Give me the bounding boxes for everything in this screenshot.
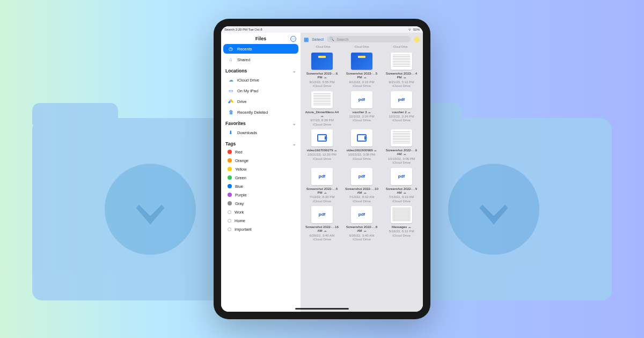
file-item[interactable]: pdfScreenshot 2022-…16 AM ☁6/29/22, 3:40… (304, 206, 340, 241)
file-location: iCloud Drive (313, 157, 331, 160)
section-favorites[interactable]: Favorites ⌄ (221, 117, 301, 127)
shared-icon: ⌂ (228, 57, 234, 62)
file-thumbnail: pdf (311, 206, 333, 223)
tag-work[interactable]: Work (221, 208, 301, 216)
file-thumbnail: pdf (351, 168, 372, 185)
tag-hollow-icon (228, 210, 231, 214)
file-location: iCloud Drive (392, 233, 411, 237)
google-drive-icon (228, 99, 234, 104)
select-button[interactable]: Select (312, 37, 324, 42)
file-name: Screenshot 2022-…16 AM ☁ (304, 225, 340, 233)
file-location: iCloud Drive (353, 237, 371, 241)
file-thumbnail (351, 53, 372, 70)
file-item[interactable]: pdfScreenshot 2022-…8 AM ☁6/26/22, 3:40 … (343, 206, 380, 241)
file-item[interactable]: Screenshot 2023-…5 PM ☁9/13/23, 3:15 PMi… (343, 53, 380, 88)
chevron-down-icon: ⌄ (292, 69, 296, 74)
file-name: Screenshot 2023-…6 PM ☁ (304, 71, 340, 80)
file-date: 12/2/22, 2:24 PM (349, 114, 374, 118)
sidebar-item-recents[interactable]: ◷ Recents (223, 44, 298, 54)
file-location: iCloud Drive (313, 122, 331, 126)
tag-yellow[interactable]: Yellow (221, 165, 301, 173)
home-indicator[interactable] (295, 308, 349, 310)
sidebar-item-label: Shared (237, 57, 250, 62)
file-thumbnail: pdf (351, 91, 372, 108)
file-name: Screenshot 2022-…6 AM ☁ (383, 148, 420, 157)
tag-red[interactable]: Red (221, 148, 301, 156)
tag-hollow-icon (228, 227, 231, 231)
file-date: 10/23/23, 3:08 PM (348, 152, 376, 156)
sidebar-item-downloads[interactable]: ⬇ Downloads (223, 128, 298, 137)
sidebar-item-recently-deleted[interactable]: 🗑 Recently Deleted (223, 107, 298, 117)
file-thumbnail (391, 206, 412, 223)
file-item[interactable]: Screenshot 2023-…6 PM ☁9/13/23, 5:55 PMi… (304, 53, 340, 88)
file-item[interactable]: Messages ☁5/18/23, 8:12 PMiCloud Drive (383, 206, 420, 241)
file-location: iCloud Drive (392, 84, 411, 87)
file-name: Screenshot 2022-…10 AM ☁ (343, 187, 380, 195)
file-date: 6/26/22, 3:40 AM (349, 233, 375, 237)
tag-blue[interactable]: Blue (221, 182, 301, 190)
file-location: iCloud Drive (353, 84, 371, 87)
sidebar-item-drive[interactable]: Drive (223, 97, 298, 106)
tag-dot-icon (228, 201, 232, 205)
file-item[interactable]: pdfScreenshot 2022-…10 AM ☁7/13/22, 8:32… (343, 168, 380, 203)
file-location: iCloud Drive (353, 199, 371, 203)
file-location: iCloud Drive (313, 237, 331, 241)
tag-dot-icon (228, 158, 232, 163)
file-name: Screenshot 2022-…5 PM ☁ (304, 187, 340, 195)
file-name: Screenshot 2022-…8 AM ☁ (343, 225, 380, 233)
search-placeholder: Search (336, 38, 348, 41)
sidebar-item-shared[interactable]: ⌂ Shared (223, 55, 298, 64)
file-item[interactable]: pdfScreenshot 2022-…9 AM ☁7/13/22, 9:19 … (383, 168, 420, 203)
sidebar: Files ⋯ ◷ Recents ⌂ Shared Locations ⌄ (221, 33, 301, 312)
file-item[interactable]: Azure_DinnerMenu A4 ☁2/7/23, 8:38 PMiClo… (304, 91, 340, 127)
file-location: iCloud Drive (392, 118, 411, 122)
file-thumbnail: pdf (351, 206, 372, 223)
download-icon: ⬇ (228, 130, 234, 135)
file-name: video1667099279 ☁ (307, 148, 338, 152)
file-grid[interactable]: Screenshot 2023-…6 PM ☁9/13/23, 5:55 PMi… (301, 50, 423, 312)
file-date: 9/13/23, 5:55 PM (309, 80, 334, 84)
tag-dot-icon (228, 167, 232, 171)
file-name: Messages ☁ (392, 225, 411, 229)
clock-icon: ◷ (228, 46, 234, 52)
file-item[interactable]: pdfvoucher 2 ☁12/2/22, 2:24 PMiCloud Dri… (383, 91, 420, 127)
tag-purple[interactable]: Purple (221, 190, 301, 199)
search-input[interactable]: 🔍 Search (327, 36, 411, 42)
file-item[interactable]: video1667099279 ☁10/21/23, 12:39 PMiClou… (304, 129, 340, 165)
file-item[interactable]: Screenshot 2023-…4 PM ☁8/21/23, 5:12 PMi… (383, 53, 420, 88)
file-thumbnail (391, 53, 412, 70)
file-date: 9/13/23, 3:15 PM (349, 80, 374, 84)
file-thumbnail: pdf (391, 91, 412, 108)
file-thumbnail: pdf (391, 168, 412, 185)
tag-gray[interactable]: Gray (221, 199, 301, 208)
sidebar-item-icloud[interactable]: ☁ iCloud Drive (223, 75, 298, 85)
ipad-icon: ▭ (228, 88, 234, 93)
tag-orange[interactable]: Orange (221, 156, 301, 165)
file-name: voucher 3 ☁ (353, 110, 371, 114)
section-locations[interactable]: Locations ⌄ (221, 65, 301, 75)
file-item[interactable]: Screenshot 2022-…6 AM ☁10/10/22, 3:06 PM… (383, 129, 420, 165)
file-date: 6/29/22, 3:40 AM (310, 233, 335, 237)
file-location: iCloud Drive (353, 157, 371, 160)
grid-view-icon[interactable]: ▦ (304, 36, 309, 42)
mic-icon[interactable] (414, 36, 420, 42)
file-item[interactable]: video1061900969 ☁10/23/23, 3:08 PMiCloud… (343, 129, 380, 165)
sidebar-item-on-my-ipad[interactable]: ▭ On My iPad (223, 86, 298, 95)
tag-green[interactable]: Green (221, 173, 301, 182)
section-tags[interactable]: Tags ⌄ (221, 138, 301, 148)
file-item[interactable]: pdfvoucher 3 ☁12/2/22, 2:24 PMiCloud Dri… (343, 91, 380, 127)
file-thumbnail (311, 129, 333, 146)
tag-home[interactable]: Home (221, 216, 301, 225)
tag-important[interactable]: Important (221, 225, 301, 233)
tag-hollow-icon (228, 219, 231, 223)
status-left: Search 2:20 PM Tue Oct 8 (224, 28, 262, 31)
more-icon[interactable]: ⋯ (290, 36, 296, 42)
file-item[interactable]: pdfScreenshot 2022-…5 PM ☁7/13/22, 8:33 … (304, 168, 340, 203)
file-name: Screenshot 2023-…5 PM ☁ (343, 71, 380, 80)
file-thumbnail (311, 91, 333, 108)
sidebar-title: Files (255, 36, 267, 41)
file-date: 5/18/23, 8:12 PM (389, 229, 414, 233)
sidebar-item-label: Recents (237, 47, 252, 52)
file-name: Screenshot 2023-…4 PM ☁ (383, 71, 420, 80)
file-location: iCloud Drive (392, 199, 411, 203)
